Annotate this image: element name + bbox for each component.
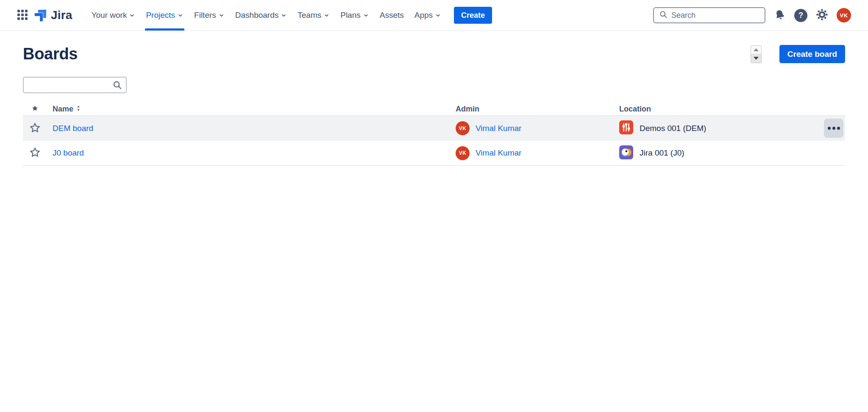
location-column-header: Location [619, 105, 845, 114]
table-row: DEM board VK Vimal Kumar Demos 001 (DEM) [23, 116, 845, 141]
nav-item-assets[interactable]: Assets [380, 0, 404, 31]
table-header-row: Name Admin Location [23, 103, 845, 116]
nav-item-plans[interactable]: Plans [340, 0, 369, 31]
boards-page: Boards Create board Name [0, 45, 868, 166]
location-label: Jira 001 (J0) [640, 148, 684, 158]
jira-logo[interactable]: Jira [35, 8, 72, 23]
avatar: VK [456, 121, 470, 135]
search-input[interactable] [671, 11, 760, 20]
top-nav: Jira Your work Projects Filters Dashboar… [0, 0, 868, 31]
favorite-star-button[interactable] [29, 147, 41, 159]
nav-item-dashboards[interactable]: Dashboards [235, 0, 287, 31]
jira-logo-icon [35, 8, 48, 23]
star-outline-icon [29, 122, 41, 135]
chevron-down-icon [281, 11, 287, 21]
nav-item-teams[interactable]: Teams [298, 0, 330, 31]
chevron-down-icon [218, 11, 225, 21]
avatar: VK [456, 146, 470, 160]
nav-item-projects[interactable]: Projects [146, 0, 184, 31]
board-name-link[interactable]: J0 board [53, 148, 84, 158]
sort-ascending-icon [76, 105, 81, 113]
stepper-down-button[interactable] [751, 54, 761, 63]
settings-button[interactable] [816, 8, 828, 22]
star-outline-icon [29, 147, 41, 159]
chevron-down-icon [323, 11, 330, 21]
create-button[interactable]: Create [454, 7, 492, 24]
nav-item-your-work[interactable]: Your work [92, 0, 136, 31]
help-button[interactable]: ? [794, 9, 807, 22]
app-switcher-button[interactable] [16, 9, 29, 22]
table-row: J0 board VK Vimal Kumar Jira 001 (J0) [23, 141, 845, 166]
number-stepper [751, 45, 762, 63]
star-filled-icon [31, 105, 39, 114]
create-board-button[interactable]: Create board [779, 45, 845, 63]
favorite-star-button[interactable] [29, 122, 41, 135]
jira-logo-text: Jira [51, 8, 72, 22]
nav-item-filters[interactable]: Filters [194, 0, 225, 31]
page-header: Boards Create board [23, 45, 845, 63]
triangle-up-icon [754, 48, 759, 51]
board-filter [23, 77, 127, 93]
nav-item-apps[interactable]: Apps [415, 0, 441, 31]
favorite-column-header [23, 105, 47, 114]
avatar: VK [837, 8, 851, 22]
question-mark-icon: ? [798, 11, 803, 20]
search-icon [659, 10, 668, 20]
parrot-project-icon [619, 145, 633, 161]
gear-icon [816, 8, 828, 22]
global-search [653, 7, 765, 23]
chevron-down-icon [129, 11, 135, 21]
grid-icon [17, 9, 28, 22]
name-column-header[interactable]: Name [47, 105, 456, 114]
notifications-button[interactable] [774, 9, 786, 22]
chevron-down-icon [435, 11, 441, 21]
board-name-link[interactable]: DEM board [53, 124, 93, 133]
admin-name-link[interactable]: Vimal Kumar [476, 148, 521, 158]
admin-column-header: Admin [456, 105, 619, 114]
ellipsis-icon [828, 127, 840, 130]
page-title: Boards [23, 45, 78, 63]
chevron-down-icon [363, 11, 369, 21]
search-icon [112, 80, 122, 92]
boards-table: Name Admin Location DEM board VK [23, 103, 845, 166]
admin-name-link[interactable]: Vimal Kumar [476, 124, 521, 133]
more-actions-button[interactable] [824, 119, 843, 138]
board-filter-input[interactable] [23, 77, 127, 93]
chevron-down-icon [177, 11, 184, 21]
primary-navigation: Your work Projects Filters Dashboards Te… [92, 0, 441, 31]
sliders-project-icon [619, 120, 633, 136]
triangle-down-icon [754, 57, 759, 60]
user-avatar-button[interactable]: VK [837, 8, 851, 22]
stepper-up-button[interactable] [751, 46, 761, 55]
location-label: Demos 001 (DEM) [640, 124, 706, 133]
bell-icon [774, 9, 786, 22]
nav-right-cluster: ? VK [653, 7, 868, 23]
